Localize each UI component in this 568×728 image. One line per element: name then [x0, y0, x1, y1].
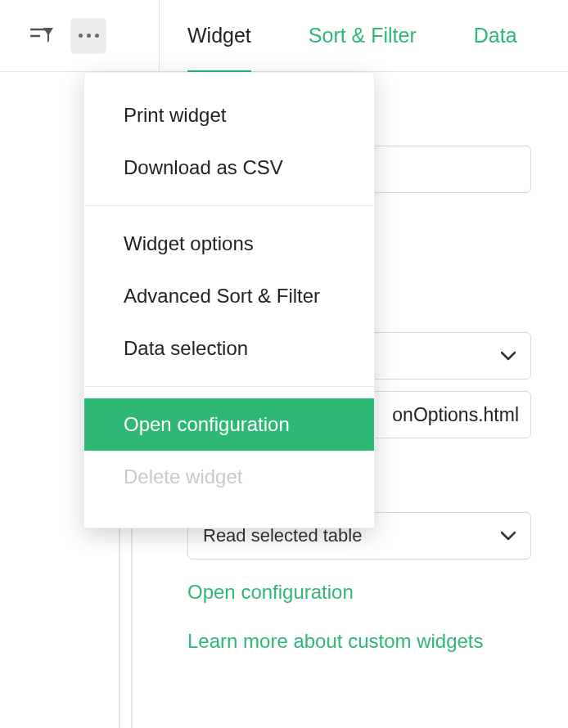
menu-item-open-configuration[interactable]: Open configuration [84, 398, 374, 451]
tab-sort-filter[interactable]: Sort & Filter [309, 0, 417, 71]
link-learn-more[interactable]: Learn more about custom widgets [187, 630, 568, 653]
menu-separator [84, 386, 374, 387]
menu-item-advanced-sort-filter[interactable]: Advanced Sort & Filter [84, 270, 374, 322]
ellipsis-icon [79, 34, 99, 38]
more-menu-button[interactable] [70, 18, 106, 54]
menu-item-delete-widget: Delete widget [84, 451, 374, 503]
tab-bar: Widget Sort & Filter Data [160, 0, 517, 71]
chevron-down-icon [501, 348, 516, 365]
chevron-down-icon [501, 528, 516, 545]
filter-icon[interactable] [29, 24, 54, 48]
top-bar-left [0, 0, 160, 71]
menu-item-download-csv[interactable]: Download as CSV [84, 142, 374, 194]
tab-widget[interactable]: Widget [187, 0, 251, 71]
menu-item-data-selection[interactable]: Data selection [84, 322, 374, 375]
menu-item-widget-options[interactable]: Widget options [84, 218, 374, 270]
link-open-configuration[interactable]: Open configuration [187, 581, 568, 604]
tab-data[interactable]: Data [474, 0, 517, 71]
menu-separator [84, 205, 374, 206]
file-path-text: onOptions.html [392, 404, 519, 426]
menu-item-print[interactable]: Print widget [84, 89, 374, 142]
more-menu-dropdown: Print widget Download as CSV Widget opti… [83, 72, 375, 528]
top-bar: Widget Sort & Filter Data [0, 0, 568, 72]
